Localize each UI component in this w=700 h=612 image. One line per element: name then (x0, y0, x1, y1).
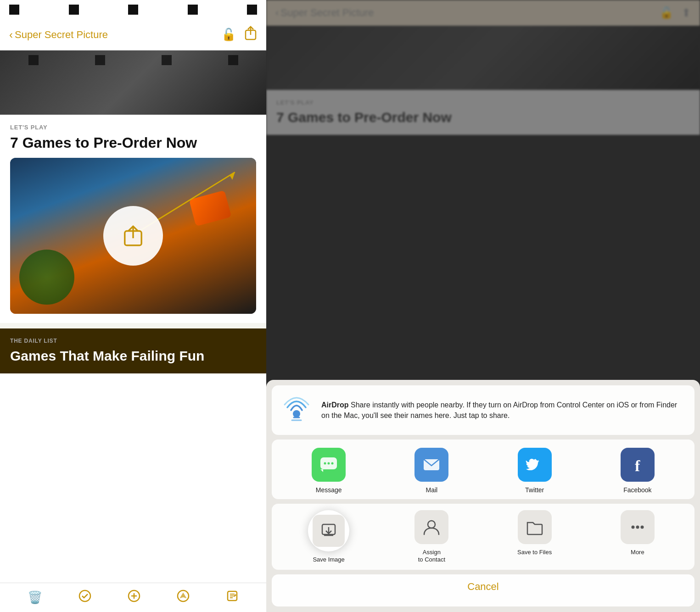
edit-icon[interactable] (226, 590, 239, 606)
assign-contact-icon-box (414, 510, 448, 544)
back-chevron-icon: ‹ (9, 28, 13, 41)
svg-point-21 (324, 462, 326, 465)
nav-action-icons: 🔓 (221, 26, 257, 44)
right-unlock-icon: 🔓 (660, 6, 673, 19)
svg-point-30 (631, 526, 634, 529)
save-files-label: Save to Files (517, 549, 552, 556)
unlock-icon[interactable]: 🔓 (221, 28, 236, 42)
save-image-icon-box (313, 515, 345, 547)
right-panel: ‹ Super Secret Picture 🔓 ⬆ LET'S PLAY 7 … (266, 0, 700, 612)
messages-icon (312, 448, 346, 482)
app-item-mail[interactable]: Mail (411, 448, 452, 494)
mail-label: Mail (426, 486, 438, 494)
apps-row: Message Mail Twitter (272, 440, 694, 499)
hdr-sq3 (162, 55, 172, 65)
app-item-message[interactable]: Message (308, 448, 349, 494)
right-article-card: LET'S PLAY 7 Games to Pre-Order Now (266, 90, 700, 135)
svg-point-32 (640, 526, 644, 529)
hdr-sq2 (95, 55, 105, 65)
sq3 (128, 5, 138, 15)
svg-point-17 (293, 410, 300, 417)
messages-label: Message (316, 486, 342, 494)
save-files-icon-box (518, 510, 552, 544)
article-tag-2: THE DAILY LIST (10, 338, 256, 344)
checkmark-icon[interactable] (78, 590, 91, 606)
back-button[interactable]: ‹ Super Secret Picture (9, 28, 108, 41)
twitter-icon (518, 448, 552, 482)
more-label: More (631, 549, 644, 556)
hdr-sq4 (228, 55, 238, 65)
cancel-button[interactable]: Cancel (467, 581, 498, 593)
left-panel: ‹ Super Secret Picture 🔓 (0, 0, 266, 612)
navigate-icon[interactable] (177, 590, 190, 606)
share-sheet: AirDrop Share instantly with people near… (266, 380, 700, 612)
action-item-more[interactable]: More (617, 510, 658, 563)
svg-point-23 (331, 462, 334, 465)
right-nav-title: Super Secret Picture (280, 7, 374, 19)
mail-icon (414, 448, 448, 482)
more-icon-box (621, 510, 655, 544)
share-nav-icon[interactable] (244, 26, 257, 44)
sq2 (69, 5, 79, 15)
sq1 (9, 5, 19, 15)
airdrop-description: AirDrop Share instantly with people near… (321, 400, 686, 421)
sq4 (188, 5, 198, 15)
left-bottom-bar: 🗑️ (0, 583, 266, 612)
actions-row: Save Image Assignto Contact (272, 504, 694, 570)
airdrop-section: AirDrop Share instantly with people near… (272, 385, 694, 435)
svg-point-29 (428, 521, 435, 528)
svg-point-22 (328, 462, 330, 465)
right-article-title: 7 Games to Pre-Order Now (276, 110, 690, 126)
svg-point-31 (636, 526, 639, 529)
trash-icon[interactable]: 🗑️ (28, 590, 42, 605)
article-game-image (10, 158, 256, 314)
airdrop-icon (280, 394, 313, 427)
article-title-1: 7 Games to Pre-Order Now (10, 134, 256, 151)
left-nav-bar: ‹ Super Secret Picture 🔓 (0, 19, 266, 50)
article-header-image (0, 50, 266, 115)
app-item-twitter[interactable]: Twitter (514, 448, 555, 494)
article-title-2: Games That Make Failing Fun (10, 348, 256, 364)
right-nav-bar: ‹ Super Secret Picture 🔓 ⬆ (266, 0, 700, 26)
right-back-chevron: ‹ (275, 7, 279, 19)
svg-text:f: f (635, 457, 640, 474)
action-item-save-image[interactable]: Save Image (308, 510, 349, 563)
article-card-1: LET'S PLAY 7 Games to Pre-Order Now (0, 115, 266, 323)
article-card-2: THE DAILY LIST Games That Make Failing F… (0, 328, 266, 373)
airdrop-title: AirDrop (321, 401, 349, 409)
save-image-label: Save Image (313, 556, 344, 563)
svg-point-6 (79, 590, 90, 601)
nav-title: Super Secret Picture (15, 29, 108, 41)
facebook-label: Facebook (623, 486, 651, 494)
add-icon[interactable] (128, 590, 140, 606)
save-image-circle (308, 510, 349, 551)
app-item-facebook[interactable]: f Facebook (617, 448, 658, 494)
twitter-label: Twitter (525, 486, 544, 494)
share-button-circle[interactable] (103, 206, 163, 266)
action-item-save-files[interactable]: Save to Files (514, 510, 555, 563)
right-share-icon: ⬆ (682, 6, 691, 19)
top-decorative-squares (0, 0, 266, 19)
hdr-sq1 (28, 55, 39, 65)
right-header-image (266, 26, 700, 90)
article-tag-1: LET'S PLAY (10, 124, 256, 131)
cancel-row: Cancel (272, 574, 694, 606)
action-item-assign-contact[interactable]: Assignto Contact (411, 510, 452, 563)
airdrop-body: Share instantly with people nearby. If t… (321, 401, 677, 419)
sq5 (247, 5, 257, 15)
left-content-area: LET'S PLAY 7 Games to Pre-Order Now (0, 50, 266, 373)
facebook-icon: f (621, 448, 655, 482)
right-article-tag: LET'S PLAY (276, 99, 690, 106)
right-back-button: ‹ Super Secret Picture (275, 7, 374, 19)
svg-marker-11 (180, 593, 186, 598)
assign-contact-label: Assignto Contact (418, 549, 445, 563)
